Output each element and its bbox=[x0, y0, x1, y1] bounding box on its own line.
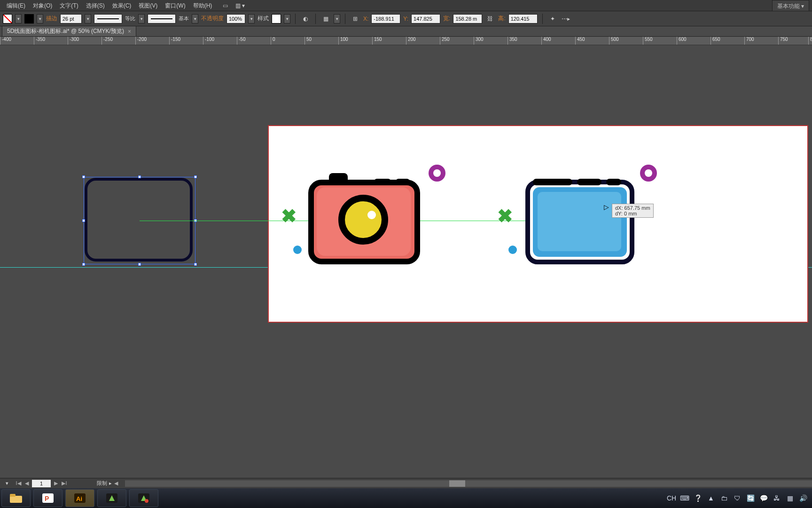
recolor-icon[interactable]: ◐ bbox=[300, 14, 311, 24]
artboard-number-field[interactable]: 1 bbox=[32, 480, 51, 487]
svg-point-10 bbox=[145, 499, 148, 503]
menu-bar: 编辑(E) 对象(O) 文字(T) 选择(S) 效果(C) 视图(V) 窗口(W… bbox=[0, 0, 812, 11]
artwork-tablet-screen-highlight bbox=[538, 192, 621, 251]
shape-mode-icon[interactable]: ✦ bbox=[547, 14, 558, 24]
tray-chat-icon[interactable]: 💬 bbox=[759, 494, 768, 502]
artwork-decoration-dot[interactable] bbox=[293, 246, 302, 254]
stroke-profile-dropdown[interactable] bbox=[138, 14, 145, 24]
tray-volume-icon[interactable]: 🔊 bbox=[799, 494, 807, 502]
tray-network-icon[interactable]: 🖧 bbox=[773, 494, 781, 502]
align-icon[interactable]: ▦ bbox=[320, 14, 331, 24]
windows-taskbar: P Ai CH ⌨ ❔ ▲ 🗀 🛡 🔄 💬 🖧 ▦ 🔊 bbox=[0, 488, 812, 508]
transform-anchor-icon[interactable]: ⊞ bbox=[350, 14, 360, 24]
selection-handle[interactable] bbox=[138, 263, 141, 266]
artwork-camera-segment[interactable] bbox=[396, 179, 410, 184]
artwork-camera-lens-highlight bbox=[367, 211, 376, 219]
task-app-1[interactable] bbox=[97, 489, 126, 507]
selection-handle[interactable] bbox=[82, 219, 85, 222]
x-field[interactable]: -188.911 bbox=[371, 14, 400, 24]
task-explorer[interactable] bbox=[1, 489, 31, 507]
document-tab[interactable]: 5D线面图标-相机图标.ai* @ 50% (CMYK/预览) × bbox=[2, 26, 136, 36]
horizontal-ruler[interactable]: -400 -350 -300 -250 -200 -150 -100 -50 0… bbox=[0, 37, 812, 45]
style-label: 样式 bbox=[258, 15, 269, 23]
menu-effect[interactable]: 效果(C) bbox=[109, 0, 135, 11]
selection-handle[interactable] bbox=[138, 175, 141, 178]
document-tab-bar: 5D线面图标-相机图标.ai* @ 50% (CMYK/预览) × bbox=[0, 26, 812, 37]
menu-window[interactable]: 窗口(W) bbox=[161, 0, 189, 11]
w-field[interactable]: 158.28 m bbox=[453, 14, 482, 24]
menu-type[interactable]: 文字(T) bbox=[56, 0, 82, 11]
artwork-decoration-dot[interactable] bbox=[508, 246, 517, 254]
menu-object[interactable]: 对象(O) bbox=[29, 0, 56, 11]
brush-dropdown[interactable] bbox=[192, 14, 198, 24]
tray-shield-icon[interactable]: 🛡 bbox=[733, 494, 742, 502]
menu-help[interactable]: 帮助(H) bbox=[189, 0, 216, 11]
artwork-decoration-x[interactable]: ✖ bbox=[497, 205, 513, 227]
opacity-label: 不透明度 bbox=[201, 15, 224, 23]
task-powerpoint[interactable]: P bbox=[33, 489, 62, 507]
svg-rect-1 bbox=[10, 494, 16, 497]
artwork-decoration-x[interactable]: ✖ bbox=[281, 205, 297, 227]
task-app-2[interactable] bbox=[129, 489, 158, 507]
artwork-tablet-segment[interactable] bbox=[577, 179, 601, 185]
proportional-label: 等比 bbox=[125, 15, 135, 22]
doc-layout-icon[interactable]: ▭ bbox=[219, 1, 231, 10]
fill-dropdown[interactable] bbox=[15, 14, 22, 24]
scroll-left-icon[interactable]: ◀ bbox=[112, 479, 120, 488]
artwork-tablet-segment[interactable] bbox=[533, 179, 572, 185]
selection-handle[interactable] bbox=[82, 175, 85, 178]
smart-guide-tooltip: dX: 657.75 mm dY: 0 mm bbox=[612, 204, 654, 218]
artwork-camera-segment[interactable] bbox=[374, 179, 391, 184]
close-icon[interactable]: × bbox=[128, 28, 131, 35]
style-dropdown[interactable] bbox=[284, 14, 290, 24]
y-field[interactable]: 147.825 bbox=[411, 14, 440, 24]
opacity-field[interactable]: 100% bbox=[226, 14, 245, 24]
opacity-dropdown[interactable] bbox=[248, 14, 255, 24]
tray-ime[interactable]: CH bbox=[667, 494, 676, 502]
style-swatch[interactable] bbox=[272, 14, 281, 24]
stroke-profile-preview[interactable] bbox=[94, 14, 122, 24]
y-label: Y: bbox=[403, 16, 408, 22]
menu-view[interactable]: 视图(V) bbox=[135, 0, 161, 11]
canvas[interactable]: 交叉 ✖ ✖ ▷ dX: 657.75 mm dY: 0 mm bbox=[0, 45, 812, 473]
w-label: 宽: bbox=[443, 15, 450, 23]
menu-select[interactable]: 选择(S) bbox=[82, 0, 109, 11]
align-dropdown[interactable] bbox=[334, 14, 340, 24]
h-field[interactable]: 120.415 bbox=[508, 14, 538, 24]
artboard-next-icon[interactable]: ▶ bbox=[52, 479, 60, 488]
h-label: 高: bbox=[498, 15, 505, 23]
artwork-tablet-segment[interactable] bbox=[606, 179, 621, 185]
workspace-switcher[interactable]: 基本功能 ▾ bbox=[772, 0, 809, 11]
artwork-camera-lens[interactable] bbox=[338, 195, 388, 245]
task-illustrator[interactable]: Ai bbox=[65, 489, 94, 507]
horizontal-scrollbar[interactable] bbox=[125, 480, 812, 487]
tray-folder-icon[interactable]: 🗀 bbox=[720, 494, 728, 502]
more-icon[interactable]: ⋯▸ bbox=[561, 14, 571, 24]
artboard-prev-icon[interactable]: ◀ bbox=[23, 479, 31, 488]
artwork-decoration-circle-inner bbox=[433, 169, 441, 177]
selection-handle[interactable] bbox=[194, 263, 197, 266]
status-bar: ▾ I◀ ◀ 1 ▶ ▶I 限制 ▸ ◀ bbox=[0, 478, 812, 488]
artboard-last-icon[interactable]: ▶I bbox=[60, 479, 69, 488]
artboard-first-icon[interactable]: I◀ bbox=[14, 479, 23, 488]
link-wh-icon[interactable]: ⛓ bbox=[485, 14, 495, 24]
stroke-weight-dropdown[interactable] bbox=[85, 14, 91, 24]
tray-help-icon[interactable]: ❔ bbox=[694, 494, 702, 502]
selection-handle[interactable] bbox=[82, 263, 85, 266]
tray-gpu-icon[interactable]: ▦ bbox=[786, 494, 794, 502]
tray-keyboard-icon[interactable]: ⌨ bbox=[680, 494, 689, 502]
stroke-label: 描边 bbox=[46, 15, 57, 23]
fill-swatch[interactable] bbox=[3, 14, 12, 24]
x-label: X: bbox=[363, 16, 368, 22]
selection-handle[interactable] bbox=[194, 175, 197, 178]
svg-text:P: P bbox=[45, 495, 49, 502]
stroke-weight-field[interactable]: 26 pt bbox=[60, 14, 82, 24]
scrollbar-thumb[interactable] bbox=[449, 480, 465, 487]
arrange-icon[interactable]: ▥ ▾ bbox=[234, 1, 246, 10]
brush-preview[interactable] bbox=[148, 14, 176, 24]
tray-caret-up-icon[interactable]: ▲ bbox=[707, 494, 715, 502]
menu-edit[interactable]: 编辑(E) bbox=[3, 0, 29, 11]
stroke-swatch[interactable] bbox=[24, 14, 34, 24]
tray-sync-icon[interactable]: 🔄 bbox=[746, 494, 755, 502]
stroke-dropdown[interactable] bbox=[37, 14, 43, 24]
